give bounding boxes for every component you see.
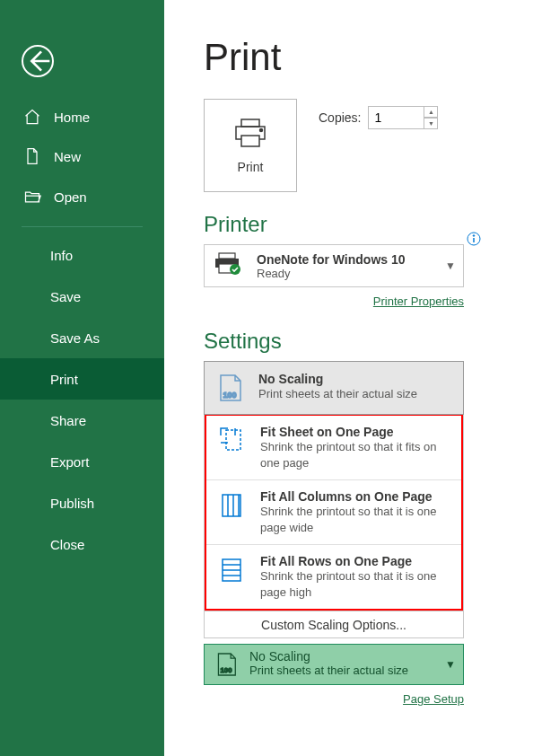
printer-status-icon bbox=[214, 251, 244, 280]
copies-row: Copies: ▲ ▼ bbox=[319, 106, 438, 129]
scaling-option-desc: Shrink the printout so that it is one pa… bbox=[260, 504, 447, 535]
fit-sheet-icon bbox=[215, 425, 248, 457]
svg-point-5 bbox=[473, 235, 475, 237]
sidebar-item-new[interactable]: New bbox=[0, 136, 164, 176]
sidebar-item-print[interactable]: Print bbox=[0, 358, 164, 400]
svg-rect-11 bbox=[223, 495, 240, 516]
nav-list: Home New Open Info Save Save As Print Sh… bbox=[0, 97, 164, 565]
sidebar-item-open[interactable]: Open bbox=[0, 176, 164, 217]
page-setup-link[interactable]: Page Setup bbox=[403, 692, 464, 706]
svg-rect-2 bbox=[241, 136, 259, 146]
svg-rect-6 bbox=[219, 253, 235, 259]
print-button-label: Print bbox=[238, 160, 264, 174]
printer-status: Ready bbox=[257, 267, 406, 280]
printer-name: OneNote for Windows 10 bbox=[257, 252, 406, 267]
back-button[interactable] bbox=[22, 45, 54, 77]
fit-rows-icon bbox=[215, 554, 248, 586]
custom-scaling-options[interactable]: Custom Scaling Options... bbox=[204, 611, 464, 638]
print-button[interactable]: Print bbox=[204, 99, 297, 192]
svg-text:100: 100 bbox=[223, 391, 236, 400]
page-100-icon: 100 bbox=[214, 372, 246, 404]
nav-label: Save bbox=[50, 289, 81, 304]
nav-label: Close bbox=[50, 537, 84, 552]
current-scaling-desc: Print sheets at their actual size bbox=[249, 664, 408, 677]
main-content: Print Print Copies: ▲ ▼ Printer bbox=[164, 0, 533, 756]
sidebar-item-export[interactable]: Export bbox=[0, 441, 164, 482]
sidebar-item-close[interactable]: Close bbox=[0, 523, 164, 565]
sidebar-item-home[interactable]: Home bbox=[0, 97, 164, 136]
back-arrow-icon bbox=[23, 47, 52, 75]
nav-label: Share bbox=[50, 413, 86, 428]
nav-label: Save As bbox=[50, 330, 100, 346]
nav-divider bbox=[22, 226, 143, 227]
highlight-box: Fit Sheet on One Page Shrink the printou… bbox=[205, 414, 463, 611]
svg-point-3 bbox=[260, 128, 263, 131]
svg-rect-0 bbox=[241, 119, 259, 127]
home-icon bbox=[23, 108, 41, 126]
printer-icon bbox=[232, 118, 268, 151]
nav-label: Home bbox=[54, 110, 90, 125]
nav-label: Open bbox=[54, 189, 87, 205]
new-icon bbox=[23, 147, 41, 165]
scaling-option-fit-columns[interactable]: Fit All Columns on One Page Shrink the p… bbox=[206, 480, 461, 545]
sidebar-item-save[interactable]: Save bbox=[0, 276, 164, 317]
printer-section-title: Printer bbox=[204, 212, 533, 237]
page-100-icon: 100 bbox=[214, 649, 239, 680]
fit-columns-icon bbox=[215, 489, 248, 522]
scaling-option-no-scaling[interactable]: 100 No Scaling Print sheets at their act… bbox=[204, 361, 464, 415]
copies-spin-down[interactable]: ▼ bbox=[424, 118, 438, 129]
scaling-option-fit-rows[interactable]: Fit All Rows on One Page Shrink the prin… bbox=[206, 545, 461, 609]
copies-spin-up[interactable]: ▲ bbox=[424, 106, 438, 118]
sidebar-item-share[interactable]: Share bbox=[0, 400, 164, 441]
printer-properties-link[interactable]: Printer Properties bbox=[373, 294, 464, 308]
printer-info-icon[interactable] bbox=[467, 232, 481, 250]
copies-label: Copies: bbox=[319, 110, 361, 125]
nav-label: New bbox=[54, 149, 81, 164]
current-scaling-selector[interactable]: 100 No Scaling Print sheets at their act… bbox=[204, 644, 464, 685]
scaling-option-title: Fit All Rows on One Page bbox=[260, 554, 447, 568]
printer-text: OneNote for Windows 10 Ready bbox=[257, 252, 406, 280]
scaling-options-list: 100 No Scaling Print sheets at their act… bbox=[204, 361, 464, 611]
scaling-option-desc: Shrink the printout so that it fits on o… bbox=[260, 439, 447, 470]
open-icon bbox=[23, 188, 41, 206]
nav-label: Export bbox=[50, 454, 89, 470]
nav-label: Publish bbox=[50, 496, 94, 511]
printer-selector[interactable]: OneNote for Windows 10 Ready ▼ bbox=[204, 244, 464, 287]
print-row: Print Copies: ▲ ▼ bbox=[204, 99, 533, 192]
svg-text:100: 100 bbox=[221, 667, 232, 675]
scaling-option-desc: Shrink the printout so that it is one pa… bbox=[260, 568, 447, 600]
nav-label: Print bbox=[50, 372, 78, 387]
scaling-option-fit-sheet[interactable]: Fit Sheet on One Page Shrink the printou… bbox=[206, 416, 461, 480]
chevron-down-icon: ▼ bbox=[445, 658, 456, 671]
copies-spinner: ▲ ▼ bbox=[424, 106, 438, 129]
scaling-option-title: No Scaling bbox=[258, 372, 417, 386]
backstage-sidebar: Home New Open Info Save Save As Print Sh… bbox=[0, 0, 164, 756]
page-title: Print bbox=[204, 36, 533, 79]
sidebar-item-publish[interactable]: Publish bbox=[0, 482, 164, 523]
sidebar-item-info[interactable]: Info bbox=[0, 234, 164, 276]
current-scaling-title: No Scaling bbox=[249, 649, 408, 664]
chevron-down-icon: ▼ bbox=[445, 259, 456, 272]
scaling-option-desc: Print sheets at their actual size bbox=[258, 386, 417, 402]
nav-label: Info bbox=[50, 248, 73, 263]
scaling-option-title: Fit All Columns on One Page bbox=[260, 489, 447, 504]
sidebar-item-save-as[interactable]: Save As bbox=[0, 317, 164, 358]
scaling-option-title: Fit Sheet on One Page bbox=[260, 425, 447, 439]
settings-section-title: Settings bbox=[204, 329, 533, 354]
